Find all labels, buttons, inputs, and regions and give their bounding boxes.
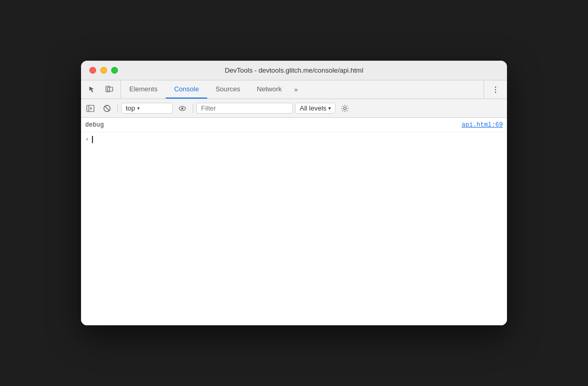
maximize-button[interactable] <box>111 67 118 74</box>
console-input-row: › <box>81 132 507 147</box>
tab-more-button[interactable]: » <box>290 80 302 99</box>
svg-point-12 <box>181 107 183 109</box>
svg-point-3 <box>495 86 496 87</box>
context-value: top <box>126 104 135 112</box>
console-entry-source[interactable]: api.html:69 <box>462 121 503 129</box>
levels-arrow-icon: ▾ <box>328 105 331 111</box>
eye-icon[interactable] <box>175 101 190 116</box>
settings-icon[interactable] <box>338 101 352 116</box>
svg-point-4 <box>495 89 496 90</box>
tab-sources[interactable]: Sources <box>207 80 249 99</box>
device-mode-icon[interactable] <box>102 82 116 97</box>
console-entry: debug api.html:69 <box>81 118 507 132</box>
more-options-icon[interactable] <box>488 82 503 97</box>
context-arrow-icon: ▾ <box>137 105 140 111</box>
title-bar: DevTools - devtools.glitch.me/console/ap… <box>81 61 507 80</box>
devtools-window: DevTools - devtools.glitch.me/console/ap… <box>81 61 507 325</box>
window-title: DevTools - devtools.glitch.me/console/ap… <box>225 66 364 74</box>
tabs: Elements Console Sources Network » <box>121 80 484 99</box>
console-content: debug api.html:69 › <box>81 118 507 325</box>
console-chevron-icon[interactable]: › <box>85 136 89 143</box>
context-selector[interactable]: top ▾ <box>121 103 173 114</box>
tab-network[interactable]: Network <box>249 80 290 99</box>
clear-console-icon[interactable] <box>100 101 114 116</box>
close-button[interactable] <box>89 67 96 74</box>
levels-label: All levels <box>300 104 326 112</box>
sidebar-toggle-icon[interactable] <box>83 101 98 116</box>
filter-input[interactable] <box>196 103 293 114</box>
svg-point-13 <box>344 107 346 109</box>
tab-bar-right <box>484 80 507 99</box>
svg-marker-8 <box>90 107 92 110</box>
tab-console[interactable]: Console <box>166 80 207 99</box>
toolbar-divider-2 <box>193 104 193 113</box>
devtools-panel: Elements Console Sources Network » <box>81 80 507 325</box>
levels-dropdown[interactable]: All levels ▾ <box>295 103 336 114</box>
console-entry-text: debug <box>85 121 462 129</box>
toolbar-divider <box>117 104 118 113</box>
svg-point-2 <box>108 90 109 91</box>
minimize-button[interactable] <box>100 67 107 74</box>
console-cursor <box>92 136 93 143</box>
inspect-icon[interactable] <box>85 82 100 97</box>
svg-point-5 <box>495 91 496 92</box>
svg-rect-1 <box>108 87 113 91</box>
console-toolbar: top ▾ All levels ▾ <box>81 99 507 118</box>
svg-line-10 <box>105 106 109 111</box>
tab-elements[interactable]: Elements <box>121 80 166 99</box>
tab-bar-left-icons <box>81 80 121 99</box>
traffic-lights <box>89 67 118 74</box>
tab-bar: Elements Console Sources Network » <box>81 80 507 99</box>
